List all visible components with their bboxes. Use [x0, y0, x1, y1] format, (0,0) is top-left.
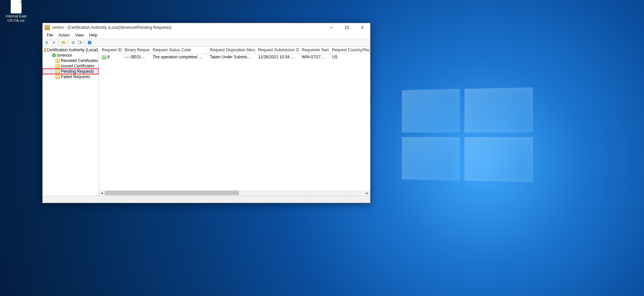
statusbar [43, 196, 370, 203]
col-disposition[interactable]: Request Disposition Message [207, 47, 255, 54]
status-pane [310, 196, 347, 203]
tree-pending[interactable]: Pending Requests [43, 69, 99, 74]
menu-help[interactable]: Help [87, 32, 100, 38]
toolbar-separator [58, 40, 59, 45]
tree-pane: Certification Authority (Local) ⌄ bmeroo… [43, 47, 99, 196]
scroll-right-button[interactable]: ▸ [364, 190, 370, 196]
desktop-icon-label: Internal East [4, 14, 28, 18]
col-request-id[interactable]: Request ID [99, 47, 122, 54]
column-headers: Request ID Binary Request Request Status… [99, 47, 370, 54]
request-row[interactable]: 6 -----BEGIN NE... The operation complet… [99, 54, 370, 60]
close-button[interactable] [355, 23, 370, 32]
col-country[interactable]: Request Country/Region [329, 47, 369, 54]
menubar: File Action View Help [43, 32, 370, 39]
certsrv-app-icon [45, 25, 50, 30]
desktop[interactable]: Internal East US CA.csr certsrv - [Certi… [0, 0, 644, 296]
svg-rect-5 [78, 41, 81, 44]
menu-view[interactable]: View [72, 32, 87, 38]
tree-label: Failed Requests [61, 74, 90, 79]
list-rows: 6 -----BEGIN NE... The operation complet… [99, 54, 370, 196]
tree-failed[interactable]: Failed Requests [43, 74, 99, 79]
tree-label: Pending Requests [61, 69, 94, 74]
refresh-button[interactable] [70, 40, 76, 46]
expand-icon[interactable]: ⌄ [49, 54, 52, 57]
minimize-button[interactable] [324, 23, 339, 32]
toolbar-separator [85, 40, 85, 45]
request-icon [102, 55, 106, 59]
window-title: certsrv - [Certification Authority (Loca… [52, 25, 324, 30]
maximize-button[interactable] [339, 23, 355, 32]
cell-binary: -----BEGIN NE... [122, 54, 150, 60]
tree-root[interactable]: Certification Authority (Local) [43, 47, 99, 53]
tree-label: bmeroot [57, 53, 72, 58]
tree-label: Revoked Certificates [61, 58, 98, 63]
col-requester-name[interactable]: Requester Name [299, 47, 329, 54]
windows-logo [402, 87, 533, 182]
menu-action[interactable]: Action [56, 32, 72, 38]
scroll-thumb[interactable] [105, 191, 239, 195]
tree-label: Issued Certificates [61, 64, 94, 68]
svg-text:?: ? [89, 41, 90, 44]
folder-icon [55, 64, 60, 68]
status-pane [43, 196, 310, 203]
scroll-track[interactable] [105, 190, 364, 196]
cell-date: 11/26/2021 10:34 AM [255, 54, 299, 60]
col-binary-request[interactable]: Binary Request [122, 47, 150, 54]
cell-country: US [329, 54, 369, 60]
export-button[interactable] [77, 40, 83, 46]
cell-disposition: Taken Under Submission [207, 54, 255, 60]
folder-icon [55, 69, 60, 73]
tree-ca-node[interactable]: ⌄ bmeroot [43, 53, 99, 58]
cert-authority-icon [44, 48, 46, 52]
status-pane [347, 196, 370, 203]
forward-button[interactable] [51, 40, 57, 46]
tree-issued[interactable]: Issued Certificates [43, 63, 99, 69]
folder-icon [55, 59, 60, 63]
horizontal-scrollbar[interactable]: ◂ ▸ [99, 190, 370, 196]
titlebar[interactable]: certsrv - [Certification Authority (Loca… [43, 23, 370, 32]
cell-requester: WIN-07G7RBSGV... [299, 54, 329, 60]
toolbar-separator [68, 40, 68, 45]
file-icon [11, 0, 21, 13]
scroll-left-button[interactable]: ◂ [99, 190, 105, 196]
desktop-icon-csr-file[interactable]: Internal East US CA.csr [4, 0, 28, 23]
toolbar: ? [43, 39, 370, 47]
cell-request-id: 6 [107, 55, 110, 59]
certsrv-window: certsrv - [Certification Authority (Loca… [42, 23, 370, 203]
svg-rect-1 [346, 26, 348, 29]
help-button[interactable]: ? [87, 40, 93, 46]
desktop-icon-label: US CA.csr [4, 18, 28, 23]
menu-file[interactable]: File [44, 32, 56, 38]
back-button[interactable] [44, 40, 50, 46]
list-pane: Request ID Binary Request Request Status… [99, 47, 370, 196]
col-submission-date[interactable]: Request Submission Date [255, 47, 299, 54]
tree-revoked[interactable]: Revoked Certificates [43, 58, 99, 63]
col-request-status[interactable]: Request Status Code [150, 47, 207, 54]
cell-status: The operation completed successf... [150, 54, 207, 60]
up-button[interactable] [60, 40, 66, 46]
ca-icon [52, 53, 56, 57]
tree-label: Certification Authority (Local) [47, 48, 98, 52]
folder-icon [55, 75, 60, 79]
